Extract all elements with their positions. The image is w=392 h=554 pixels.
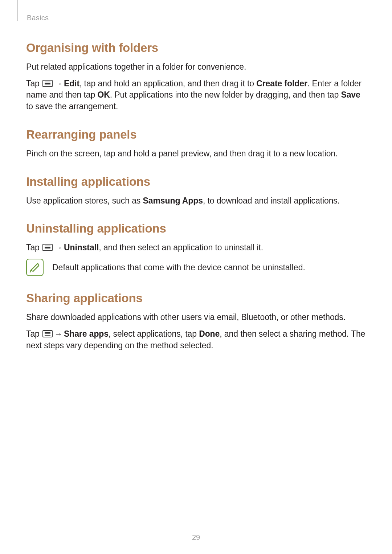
section-installing: Installing applications Use application … [26,175,366,207]
arrow-icon: → [54,78,62,90]
text-fragment: . Put applications into the new folder b… [110,90,341,99]
text-tap: Tap [26,79,42,88]
heading-sharing: Sharing applications [26,291,366,305]
label-ok: OK [97,90,110,99]
label-uninstall: Uninstall [64,243,99,252]
page-number: 29 [0,533,392,542]
text-fragment: Use application stores, such as [26,196,143,205]
label-done: Done [199,329,220,338]
organising-steps: Tap → Edit, tap and hold an application,… [26,78,366,112]
note-icon [26,259,44,276]
note-text: Default applications that come with the … [52,263,305,272]
heading-organising: Organising with folders [26,41,366,55]
section-uninstalling: Uninstalling applications Tap → Uninstal… [26,222,366,276]
heading-installing: Installing applications [26,175,366,189]
section-rearranging: Rearranging panels Pinch on the screen, … [26,128,366,160]
section-organising: Organising with folders Put related appl… [26,41,366,112]
text-fragment: , and then select an application to unin… [99,243,263,252]
label-save: Save [341,90,360,99]
heading-rearranging: Rearranging panels [26,128,366,141]
text-fragment: , select applications, tap [109,329,199,338]
text-fragment: to save the arrangement. [26,102,118,111]
page-container: Basics Organising with folders Put relat… [0,0,392,554]
arrow-icon: → [54,328,62,340]
menu-icon [42,244,53,251]
svg-line-8 [30,270,31,272]
label-edit: Edit [64,79,79,88]
note-row: Default applications that come with the … [26,259,366,276]
header-rule [17,0,18,21]
heading-uninstalling: Uninstalling applications [26,222,366,235]
uninstalling-body: Tap → Uninstall, and then select an appl… [26,242,366,254]
text-tap: Tap [26,243,42,252]
organising-intro: Put related applications together in a f… [26,61,366,73]
text-tap: Tap [26,329,42,338]
breadcrumb: Basics [27,14,366,22]
label-share-apps: Share apps [64,329,109,338]
menu-icon [42,80,53,87]
rearranging-body: Pinch on the screen, tap and hold a pane… [26,148,366,160]
sharing-steps: Tap → Share apps, select applications, t… [26,328,366,351]
section-sharing: Sharing applications Share downloaded ap… [26,291,366,351]
installing-body: Use application stores, such as Samsung … [26,195,366,207]
arrow-icon: → [54,242,62,254]
sharing-intro: Share downloaded applications with other… [26,312,366,323]
menu-icon [42,330,53,337]
text-fragment: , tap and hold an application, and then … [79,79,256,88]
text-fragment: , to download and install applications. [203,196,340,205]
label-create-folder: Create folder [256,79,307,88]
label-samsung-apps: Samsung Apps [143,196,203,205]
